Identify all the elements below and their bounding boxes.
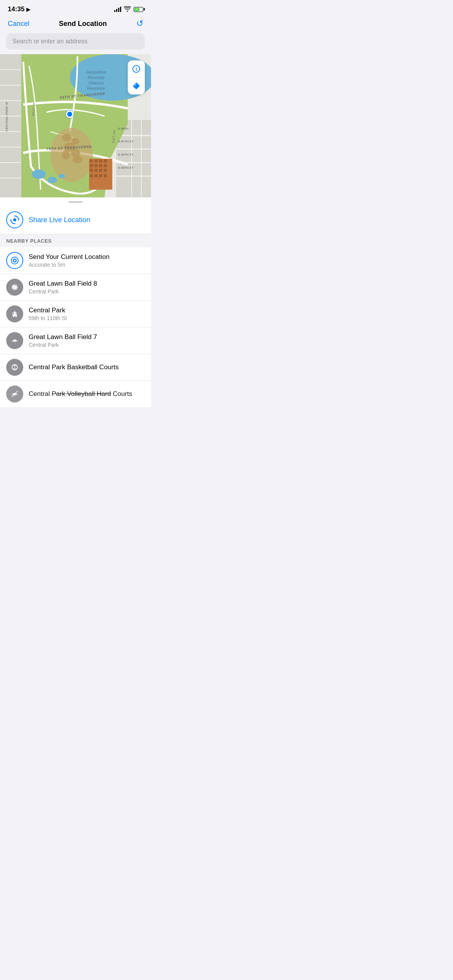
cancel-button[interactable]: Cancel bbox=[8, 20, 29, 28]
sports-icon-7 bbox=[6, 332, 23, 349]
svg-rect-36 bbox=[99, 164, 102, 167]
svg-point-65 bbox=[13, 218, 16, 221]
sports-icon-8 bbox=[6, 279, 23, 296]
svg-rect-31 bbox=[94, 159, 98, 163]
drag-handle[interactable] bbox=[0, 197, 151, 206]
svg-rect-45 bbox=[104, 174, 107, 177]
svg-rect-34 bbox=[90, 164, 93, 167]
place-info-basketball-courts: Central Park Basketball Courts bbox=[29, 363, 145, 371]
current-location-icon bbox=[6, 252, 23, 269]
location-button[interactable] bbox=[128, 77, 145, 94]
place-subtitle: Accurate to 5m bbox=[29, 262, 145, 268]
svg-point-72 bbox=[14, 260, 16, 262]
signal-bar-2 bbox=[116, 9, 117, 12]
svg-text:Reservoir: Reservoir bbox=[87, 86, 105, 91]
place-item-ball-field-7[interactable]: Great Lawn Ball Field 7 Central Park bbox=[0, 327, 151, 354]
svg-rect-39 bbox=[94, 169, 98, 172]
share-live-location-item[interactable]: Share Live Location bbox=[0, 206, 151, 234]
svg-point-25 bbox=[72, 156, 82, 163]
svg-point-67 bbox=[18, 219, 19, 221]
signal-bar-4 bbox=[120, 7, 121, 12]
svg-point-28 bbox=[59, 174, 65, 178]
signal-bar-3 bbox=[118, 8, 119, 12]
nearby-places-header: NEARBY PLACES bbox=[0, 234, 151, 247]
map-area[interactable]: 86TH ST TRANSVERSE 79TH ST TRANSVERSE CE… bbox=[0, 54, 151, 197]
place-item-volleyball-courts[interactable]: Central Park Volleyball Hard Courts bbox=[0, 381, 151, 407]
svg-text:Kennedy: Kennedy bbox=[88, 75, 105, 80]
svg-point-68 bbox=[14, 223, 15, 224]
place-item-basketball-courts[interactable]: Central Park Basketball Courts bbox=[0, 354, 151, 381]
svg-rect-32 bbox=[99, 159, 102, 163]
location-arrow-icon: ▶ bbox=[26, 7, 30, 12]
place-info-current-location: Send Your Current Location Accurate to 5… bbox=[29, 253, 145, 268]
time-display: 14:35 bbox=[8, 5, 24, 13]
place-item-central-park[interactable]: Central Park 59th to 110th St bbox=[0, 301, 151, 327]
svg-point-75 bbox=[14, 288, 15, 289]
svg-rect-33 bbox=[104, 159, 107, 163]
signal-bar-1 bbox=[114, 10, 115, 12]
wifi-icon bbox=[124, 6, 131, 13]
svg-rect-35 bbox=[94, 164, 98, 167]
svg-text:Jacqueline: Jacqueline bbox=[86, 70, 106, 74]
search-placeholder: Search or enter an address bbox=[12, 38, 88, 45]
svg-point-23 bbox=[71, 149, 80, 157]
bottom-sheet: Share Live Location NEARBY PLACES Send Y… bbox=[0, 197, 151, 407]
svg-rect-43 bbox=[94, 174, 98, 177]
svg-point-81 bbox=[14, 341, 15, 343]
charging-bolt: ⚡ bbox=[135, 8, 139, 11]
place-name: Central Park Basketball Courts bbox=[29, 363, 145, 371]
place-name: Central Park Volleyball Hard Courts bbox=[29, 390, 145, 398]
svg-text:i: i bbox=[136, 66, 137, 72]
place-subtitle: 59th to 110th St bbox=[29, 315, 145, 321]
svg-point-78 bbox=[13, 316, 14, 317]
status-bar: 14:35 ▶ ⚡ bbox=[0, 0, 151, 15]
svg-text:Onassis: Onassis bbox=[88, 81, 104, 85]
svg-point-60 bbox=[67, 111, 73, 117]
map-controls: i bbox=[128, 60, 145, 94]
basketball-icon bbox=[6, 359, 23, 376]
svg-rect-37 bbox=[104, 164, 107, 167]
svg-rect-42 bbox=[90, 174, 93, 177]
svg-text:E 85TH ST: E 85TH ST bbox=[118, 153, 134, 156]
svg-rect-38 bbox=[90, 169, 93, 172]
place-info-ball-field-8: Great Lawn Ball Field 8 Central Park bbox=[29, 280, 145, 295]
place-subtitle: Central Park bbox=[29, 288, 145, 295]
svg-point-26 bbox=[32, 170, 46, 179]
svg-rect-80 bbox=[14, 315, 15, 316]
place-subtitle: Central Park bbox=[29, 342, 145, 348]
svg-point-27 bbox=[48, 177, 57, 183]
svg-rect-30 bbox=[90, 159, 93, 163]
signal-bars bbox=[114, 7, 121, 12]
svg-text:E 84TH ST: E 84TH ST bbox=[118, 166, 134, 170]
park-icon bbox=[6, 305, 23, 322]
svg-point-20 bbox=[62, 134, 71, 141]
place-info-volleyball-courts: Central Park Volleyball Hard Courts bbox=[29, 390, 145, 398]
info-button[interactable]: i bbox=[128, 60, 145, 77]
place-info-ball-field-7: Great Lawn Ball Field 7 Central Park bbox=[29, 333, 145, 348]
place-info-central-park: Central Park 59th to 110th St bbox=[29, 307, 145, 321]
svg-text:CENTRAL PARK W: CENTRAL PARK W bbox=[5, 102, 9, 132]
svg-rect-40 bbox=[99, 169, 102, 172]
place-name: Great Lawn Ball Field 7 bbox=[29, 333, 145, 341]
svg-point-69 bbox=[10, 219, 12, 221]
search-bar[interactable]: Search or enter an address bbox=[6, 33, 145, 50]
drag-handle-bar bbox=[69, 201, 82, 203]
svg-point-66 bbox=[14, 216, 15, 217]
svg-rect-1 bbox=[0, 54, 23, 197]
svg-rect-41 bbox=[104, 169, 107, 172]
place-name: Central Park bbox=[29, 307, 145, 314]
place-item-ball-field-8[interactable]: Great Lawn Ball Field 8 Central Park bbox=[0, 274, 151, 301]
volleyball-icon bbox=[6, 385, 23, 403]
search-container: Search or enter an address bbox=[0, 33, 151, 54]
svg-text:E 87TH ST: E 87TH ST bbox=[118, 140, 134, 143]
svg-text:E 88TH: E 88TH bbox=[118, 127, 129, 130]
section-header-text: NEARBY PLACES bbox=[6, 238, 52, 244]
place-item-current-location[interactable]: Send Your Current Location Accurate to 5… bbox=[0, 247, 151, 274]
live-location-icon bbox=[6, 211, 23, 228]
battery-icon: ⚡ bbox=[134, 7, 143, 12]
svg-rect-44 bbox=[99, 174, 102, 177]
status-time: 14:35 ▶ bbox=[8, 5, 30, 13]
share-live-location-label: Share Live Location bbox=[29, 216, 90, 224]
refresh-button[interactable]: ↺ bbox=[136, 19, 143, 29]
nav-bar: Cancel Send Location ↺ bbox=[0, 15, 151, 33]
